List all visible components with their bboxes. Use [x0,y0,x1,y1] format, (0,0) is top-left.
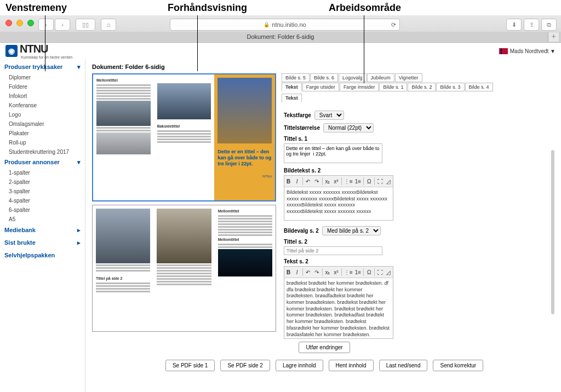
download-button[interactable]: ⬇ [506,19,522,31]
sidebar-item[interactable]: 2-spalter [0,177,85,187]
tab[interactable]: Bilde s. 3 [436,83,464,91]
clear-button[interactable]: ◿ [386,177,392,186]
clear-button[interactable]: ◿ [386,268,392,276]
tekstfarge-select[interactable]: Svart [314,111,344,120]
back-button[interactable]: ‹ [38,19,54,31]
share-button[interactable]: ⇪ [524,19,539,31]
sidebar-item[interactable]: Logo [0,110,85,119]
preview-page-2[interactable]: Tittel på side 2 Mellomtittel Mellomtitt [92,205,276,332]
fullscreen-button[interactable]: ⛶ [377,268,383,276]
sidebar-toggle-button[interactable]: ▯▯ [76,19,95,31]
italic-button[interactable]: I [294,268,300,276]
subscript-button[interactable]: x₂ [324,268,330,276]
rte-body-bildetekst[interactable]: Bildetekst xxxxx xxxxxxx xxxxxxBildeteks… [284,187,393,220]
sidebar-link[interactable]: Selvhjelpspakken [0,249,85,261]
close-window-button[interactable] [5,20,12,26]
sidebar-item[interactable]: 4-spalter [0,196,85,205]
scrollbar[interactable] [551,150,554,314]
tab[interactable]: Farge innsider [340,83,379,91]
tab[interactable]: Bilde s. 6 [310,73,338,82]
bullet-list-button[interactable]: ⋮≡ [344,268,353,276]
se-pdf-1-button[interactable]: Se PDF side 1 [165,360,215,371]
browser-toolbar: ‹ › ▯▯ ⌂ 🔒 ntnu.initio.no ⟳ ⬇ ⇪ ⧉ Dokume… [0,15,561,43]
tittel-s1-input[interactable]: Dette er en tittel – den kan gå over båd… [284,143,382,163]
fullscreen-button[interactable]: ⛶ [377,177,383,186]
annotation-line [45,13,45,71]
maximize-window-button[interactable] [27,20,34,26]
sidebar-item[interactable]: Omslagsmaler [0,119,85,129]
sidebar-link[interactable]: Mediebank▸ [0,224,85,237]
bold-button[interactable]: B [285,177,291,186]
preview-image [96,132,151,154]
sidebar-item[interactable]: Studentrekruttering 2017 [0,147,85,157]
user-menu[interactable]: Mads Nordtvedt ▼ [499,48,556,54]
chevron-down-icon: ▾ [77,64,81,71]
home-button[interactable]: ⌂ [101,19,116,31]
bullet-list-button[interactable]: ⋮≡ [344,177,353,186]
sidebar-item[interactable]: Plakater [0,129,85,138]
lagre-innhold-button[interactable]: Lagre innhold [276,360,323,371]
preview-image [157,209,211,263]
tittelstorrelse-select[interactable]: Normal (22pt) [323,123,374,132]
tab[interactable]: Bilde s. 1 [379,83,407,91]
tittel-s1-label: Tittel s. 1 [284,136,552,142]
sidebar-item[interactable]: Konferanse [0,101,85,110]
minimize-window-button[interactable] [16,20,23,26]
superscript-button[interactable]: x² [333,268,339,276]
document-title: Dokument: Folder 6-sidig [92,64,554,70]
last-ned-send-button[interactable]: Last ned/send [379,360,428,371]
redo-button[interactable]: ↷ [313,177,319,186]
tab[interactable]: Vignetter [395,73,422,82]
sidebar-link[interactable]: Sist brukte▸ [0,237,85,249]
forward-button[interactable]: › [55,19,70,31]
special-char-button[interactable]: Ω [366,268,372,276]
sidebar-section-annonser[interactable]: Produser annonser▾ [0,157,85,168]
tab[interactable]: Tekst [282,83,302,91]
sidebar-item[interactable]: 3-spalter [0,187,85,196]
logo-subtitle: Kunnskap for en bedre verden [21,55,72,59]
utfor-endringer-button[interactable]: Utfør endringer [299,342,350,353]
tab[interactable]: Logovalg [339,73,367,82]
sidebar-item[interactable]: Roll-up [0,138,85,147]
refresh-icon[interactable]: ⟳ [391,21,396,28]
undo-button[interactable]: ↶ [305,177,311,186]
sidebar-item[interactable]: A5 [0,215,85,224]
bildevalg-s2-select[interactable]: Med bilde på s. 2 [322,226,381,235]
numbered-list-button[interactable]: 1≡ [355,268,361,276]
italic-button[interactable]: I [294,177,300,186]
tittel-s2-input[interactable] [284,246,382,255]
tab[interactable]: Farge utsider [302,83,339,91]
hent-innhold-button[interactable]: Hent innhold [329,360,374,371]
sidebar-section-trykksaker[interactable]: Produser trykksaker▾ [0,61,85,73]
sidebar-item[interactable]: 1-spalter [0,168,85,177]
tabs-button[interactable]: ⧉ [541,19,557,31]
address-bar[interactable]: 🔒 ntnu.initio.no ⟳ [170,19,400,31]
subtab-tekst[interactable]: Tekst [282,94,302,102]
bold-button[interactable]: B [285,268,291,276]
se-pdf-2-button[interactable]: Se PDF side 2 [220,360,270,371]
numbered-list-button[interactable]: 1≡ [355,177,361,186]
annotation-overlay: Venstremeny Forhåndsvisning Arbeidsområd… [0,0,561,15]
tekst-s2-label: Tekst s. 2 [284,258,552,264]
special-char-button[interactable]: Ω [366,177,372,186]
logo[interactable]: ◉ NTNU Kunnskap for en bedre verden [5,43,72,59]
tab[interactable]: Bilde s. 2 [408,83,436,91]
tab[interactable]: Jubileum [367,73,394,82]
sidebar-item[interactable]: Infokort [0,91,85,101]
tab[interactable]: Bilde s. 5 [282,73,310,82]
new-tab-button[interactable]: + [548,32,559,42]
superscript-button[interactable]: x² [333,177,339,186]
redo-button[interactable]: ↷ [313,268,319,276]
send-korrektur-button[interactable]: Send korrektur [433,360,483,371]
rte-toolbar: B I ↶ ↷ x₂ x² ⋮≡ 1≡ [284,176,393,187]
user-name: Mads Nordtvedt ▼ [510,48,556,54]
tab[interactable]: Bilde s. 4 [465,83,493,91]
sidebar-item[interactable]: Diplomer [0,73,85,82]
sidebar-item[interactable]: 6-spalter [0,205,85,215]
preview-title-text: Dette er en tittel – den kan gå over båd… [217,149,272,166]
rte-body-tekst-s2[interactable]: brødtekst brødtekt her kommer brødtekste… [284,278,393,338]
sidebar-item[interactable]: Foldere [0,82,85,91]
preview-page-1[interactable]: Mellomtittel Baksidetittel [92,73,276,201]
subscript-button[interactable]: x₂ [324,177,330,186]
undo-button[interactable]: ↶ [305,268,311,276]
